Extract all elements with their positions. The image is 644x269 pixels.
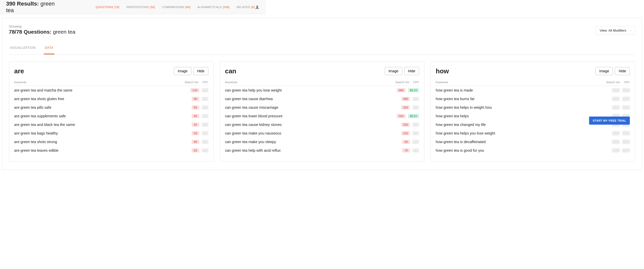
card-how: howImageHideKeywordsSearch Vol.CPChow gr… — [430, 61, 635, 162]
keyword-text: how green tea is good for you — [436, 148, 484, 152]
keyword-row[interactable]: how green tea helps in weight loss — [436, 103, 630, 112]
category-tab-questions[interactable]: QUESTIONS [78] — [96, 6, 119, 9]
col-right: Search Vol.CPC — [606, 81, 630, 84]
cpc-blur — [622, 88, 630, 92]
cpc-blur — [622, 148, 630, 152]
start-trial-button[interactable]: START MY FREE TRIAL — [589, 117, 630, 125]
cpc-chip: - — [412, 97, 419, 101]
top-bar: 390 Results: green tea QUESTIONS [78]PRE… — [0, 0, 266, 14]
keyword-text: are green tea pills safe — [14, 105, 51, 109]
showing-query: green tea — [53, 29, 75, 35]
results-panel: Showing 78/78 Questions: green tea View:… — [2, 18, 642, 170]
download-button[interactable] — [255, 5, 260, 10]
showing-count: 78/78 Questions: — [9, 29, 51, 35]
category-tab-related[interactable]: RELATED [8] — [237, 6, 255, 9]
vol-blur — [612, 131, 620, 135]
keyword-text: are green tea supplements safe — [14, 114, 66, 118]
keyword-row[interactable]: can green tea make you sleepy50- — [225, 138, 419, 146]
keyword-row[interactable]: are green tea shots strong40- — [14, 138, 208, 146]
results-title: 390 Results: green tea — [6, 1, 63, 14]
hide-button[interactable]: Hide — [404, 67, 419, 75]
keyword-row[interactable]: can green tea make you nauseous210- — [225, 129, 419, 138]
hide-button[interactable]: Hide — [193, 67, 208, 75]
keyword-row[interactable]: can green tea help with acid reflux70- — [225, 146, 419, 155]
card-title: how — [436, 67, 449, 75]
keyword-values — [612, 97, 630, 101]
keyword-row[interactable]: can green tea lower blood pressure320$0.… — [225, 112, 419, 120]
keyword-row[interactable]: how green tea helps you lose weight — [436, 129, 630, 138]
cpc-chip: - — [202, 114, 208, 118]
keyword-row[interactable]: can green tea cause diarrhea480- — [225, 95, 419, 103]
keyword-values: 320$0.51 — [397, 114, 419, 118]
keyword-row[interactable]: are green tea shots gluten free90- — [14, 95, 208, 103]
keyword-row[interactable]: are green tea leaves edible20- — [14, 146, 208, 155]
vol-chip: 20 — [192, 148, 199, 152]
keyword-row[interactable]: how green tea is decaffeinated — [436, 138, 630, 146]
keyword-text: can green tea help you lose weight — [225, 88, 282, 92]
image-button[interactable]: Image — [385, 67, 402, 75]
hide-button[interactable]: Hide — [615, 67, 630, 75]
keyword-text: can green tea help with acid reflux — [225, 148, 281, 152]
keyword-row[interactable]: are green tea and black tea the same20- — [14, 120, 208, 129]
keyword-values — [612, 148, 630, 152]
vol-chip: 320 — [401, 105, 410, 109]
keyword-row[interactable]: can green tea help you lose weight880$5.… — [225, 86, 419, 95]
category-tabs: QUESTIONS [78]PREPOSITIONS [56]COMPARISO… — [96, 6, 255, 9]
keyword-text: how green tea helps — [436, 114, 469, 118]
keyword-row[interactable]: are green tea pills safe50- — [14, 103, 208, 112]
category-tab-alphabeticals[interactable]: ALPHABETICALS [208] — [197, 6, 230, 9]
showing-block: Showing 78/78 Questions: green tea — [9, 25, 75, 35]
cards-container: areImageHideKeywordsSearch Vol.CPCare gr… — [9, 61, 635, 162]
table-header: KeywordsSearch Vol.CPC — [14, 81, 208, 86]
keyword-text: can green tea make you sleepy — [225, 140, 276, 144]
tab-label: QUESTIONS — [96, 6, 113, 9]
image-button[interactable]: Image — [174, 67, 191, 75]
cpc-chip: - — [412, 148, 419, 152]
vol-blur — [612, 97, 620, 101]
cpc-blur — [622, 131, 630, 135]
keyword-values — [612, 105, 630, 109]
keyword-values: 40- — [192, 140, 208, 144]
vol-chip: 210 — [401, 131, 410, 135]
category-tab-prepositions[interactable]: PREPOSITIONS [56] — [127, 6, 155, 9]
keyword-text: can green tea make you nauseous — [225, 131, 281, 135]
keyword-row[interactable]: can green tea cause kidney stones320- — [225, 120, 419, 129]
keyword-values: 20- — [192, 131, 208, 135]
tab-count: [8] — [251, 6, 255, 9]
cpc-chip: - — [202, 123, 208, 127]
keyword-row[interactable]: are green tea supplements safe40- — [14, 112, 208, 120]
subtab-visualization[interactable]: VISUALIZATION — [9, 46, 37, 54]
keyword-text: how green tea helps you lose weight — [436, 131, 495, 135]
chevron-down-icon — [629, 29, 631, 32]
keyword-row[interactable]: how green tea is made — [436, 86, 630, 95]
keyword-text: can green tea cause miscarriage — [225, 105, 278, 109]
keyword-row[interactable]: how green tea is good for you — [436, 146, 630, 155]
keyword-text: how green tea burns fat — [436, 97, 474, 101]
vol-chip: 50 — [192, 105, 199, 109]
keyword-row[interactable]: are green tea and matcha the same110- — [14, 86, 208, 95]
keyword-row[interactable]: are green tea bags healthy20- — [14, 129, 208, 138]
image-button[interactable]: Image — [595, 67, 613, 75]
card-actions: ImageHide — [174, 67, 208, 75]
card-header: canImageHide — [225, 67, 419, 75]
keyword-values: 110- — [190, 88, 208, 92]
view-dropdown[interactable]: View: All Modifiers — [596, 26, 635, 35]
vol-blur — [612, 105, 620, 109]
view-dropdown-label: View: All Modifiers — [600, 29, 626, 32]
vol-chip: 40 — [192, 114, 199, 118]
keyword-row[interactable]: how green tea burns fat — [436, 95, 630, 103]
showing-label: Showing — [9, 25, 75, 28]
results-label: Results: — [17, 1, 39, 7]
category-tab-comparisons[interactable]: COMPARISONS [40] — [162, 6, 191, 9]
keyword-text: are green tea leaves edible — [14, 148, 58, 152]
col-cpc: CPC — [624, 81, 630, 84]
showing-line: 78/78 Questions: green tea — [9, 29, 75, 35]
vol-chip: 50 — [402, 140, 410, 144]
vol-chip: 70 — [402, 148, 410, 152]
subtab-data[interactable]: DATA — [44, 46, 54, 54]
keyword-row[interactable]: can green tea cause miscarriage320- — [225, 103, 419, 112]
tab-label: ALPHABETICALS — [197, 6, 222, 9]
cpc-chip: - — [202, 88, 208, 92]
keyword-values: 50- — [192, 105, 208, 109]
vol-chip: 90 — [192, 97, 199, 101]
